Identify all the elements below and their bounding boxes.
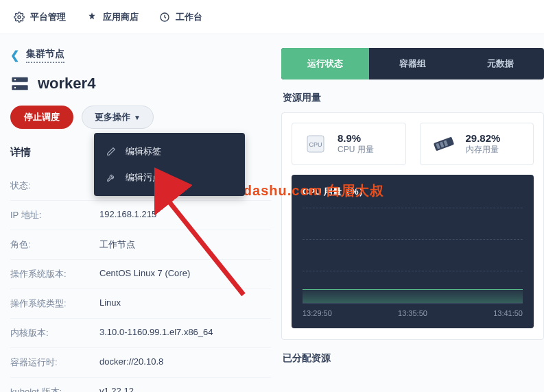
- action-row: 停止调度 更多操作 ▼ 编辑标签 编辑污点: [10, 106, 271, 129]
- nav-appstore[interactable]: 应用商店: [86, 11, 139, 23]
- detail-row: kubelet 版本:v1.22.12: [10, 378, 271, 392]
- x-tick: 13:35:50: [398, 309, 427, 317]
- detail-row: 操作系统版本:CentOS Linux 7 (Core): [10, 260, 271, 289]
- detail-label: 操作系统版本:: [10, 268, 99, 280]
- left-panel: ❮ 集群节点 worker4 停止调度 更多操作 ▼ 编辑标签: [10, 48, 271, 392]
- appstore-icon: [86, 12, 97, 23]
- more-operations-dropdown: 编辑标签 编辑污点: [94, 133, 245, 196]
- nav-workbench[interactable]: 工作台: [159, 11, 202, 23]
- cpu-chart-area: [303, 289, 523, 303]
- cpu-chart-card: CPU 用量（%） 13:29:50 13:35:50 13:41:50: [292, 175, 534, 328]
- dropdown-edit-taints-text: 编辑污点: [126, 171, 161, 184]
- nav-workbench-label: 工作台: [176, 11, 202, 23]
- top-navigation: 平台管理 应用商店 工作台: [0, 0, 544, 34]
- cpu-chart-xaxis: 13:29:50 13:35:50 13:41:50: [303, 304, 523, 317]
- memory-icon: [430, 130, 458, 158]
- nav-platform[interactable]: 平台管理: [14, 11, 66, 23]
- detail-label: 状态:: [10, 180, 99, 192]
- cpu-icon: CPU: [302, 130, 329, 158]
- details-table: 状态: IP 地址:192.168.1.215 角色:工作节点 操作系统版本:C…: [10, 171, 271, 392]
- wrench-icon: [106, 173, 116, 182]
- detail-value: Linux: [99, 297, 271, 310]
- svg-point-5: [14, 87, 16, 88]
- detail-value: 工作节点: [99, 238, 271, 251]
- cpu-usage-item: CPU 8.9% CPU 用量: [292, 123, 406, 165]
- dropdown-edit-taints[interactable]: 编辑污点: [94, 164, 245, 191]
- detail-row: 角色:工作节点: [10, 230, 271, 260]
- x-tick: 13:29:50: [303, 309, 332, 317]
- caret-down-icon: ▼: [134, 114, 141, 121]
- tab-pods[interactable]: 容器组: [369, 48, 457, 79]
- detail-label: kubelet 版本:: [10, 386, 99, 392]
- tab-metadata[interactable]: 元数据: [456, 48, 544, 79]
- detail-value: 3.10.0-1160.99.1.el7.x86_64: [99, 327, 271, 339]
- stop-schedule-button[interactable]: 停止调度: [10, 106, 73, 129]
- detail-row: 内核版本:3.10.0-1160.99.1.el7.x86_64: [10, 319, 271, 348]
- svg-point-0: [18, 16, 21, 19]
- dropdown-edit-labels-text: 编辑标签: [126, 145, 161, 158]
- gear-icon: [14, 12, 25, 23]
- breadcrumb-link[interactable]: 集群节点: [26, 48, 64, 62]
- more-operations-button[interactable]: 更多操作 ▼: [82, 106, 154, 129]
- detail-label: IP 地址:: [10, 209, 99, 221]
- memory-label: 内存用量: [466, 144, 501, 156]
- detail-value: 192.168.1.215: [99, 209, 271, 221]
- cpu-label: CPU 用量: [338, 144, 374, 156]
- detail-label: 内核版本:: [10, 327, 99, 339]
- allocated-resources-title: 已分配资源: [281, 352, 544, 373]
- more-operations-label: 更多操作: [95, 111, 130, 123]
- memory-usage-item: 29.82% 内存用量: [420, 123, 534, 165]
- detail-label: 操作系统类型:: [10, 297, 99, 310]
- resource-usage-card: CPU 8.9% CPU 用量 29.82% 内存用量: [281, 112, 544, 340]
- svg-point-4: [14, 79, 16, 80]
- nav-appstore-label: 应用商店: [103, 11, 139, 23]
- detail-value: docker://20.10.8: [99, 356, 271, 369]
- dropdown-edit-labels[interactable]: 编辑标签: [94, 138, 245, 164]
- node-header: worker4: [10, 74, 271, 93]
- breadcrumb: ❮ 集群节点: [10, 48, 271, 62]
- back-chevron-icon[interactable]: ❮: [10, 49, 19, 62]
- cpu-percent: 8.9%: [338, 132, 374, 144]
- detail-row: 容器运行时:docker://20.10.8: [10, 348, 271, 378]
- right-panel: 运行状态 容器组 元数据 资源用量 CPU 8.9% CPU 用量: [281, 48, 544, 392]
- detail-label: 容器运行时:: [10, 356, 99, 369]
- x-tick: 13:41:50: [493, 309, 523, 317]
- memory-percent: 29.82%: [466, 132, 501, 144]
- tabs: 运行状态 容器组 元数据: [281, 48, 544, 79]
- tab-running-status[interactable]: 运行状态: [281, 48, 369, 79]
- node-title: worker4: [38, 75, 95, 93]
- detail-value: CentOS Linux 7 (Core): [99, 268, 271, 280]
- node-icon: [10, 74, 29, 93]
- workbench-icon: [159, 12, 170, 23]
- detail-value: v1.22.12: [99, 386, 271, 392]
- resource-usage-title: 资源用量: [281, 92, 544, 112]
- detail-label: 角色:: [10, 238, 99, 251]
- pencil-icon: [106, 147, 116, 156]
- nav-platform-label: 平台管理: [30, 11, 66, 23]
- cpu-chart-title: CPU 用量（%）: [303, 186, 523, 198]
- svg-text:CPU: CPU: [309, 141, 322, 148]
- detail-row: IP 地址:192.168.1.215: [10, 201, 271, 230]
- cpu-chart-body: [303, 208, 523, 304]
- detail-row: 操作系统类型:Linux: [10, 289, 271, 319]
